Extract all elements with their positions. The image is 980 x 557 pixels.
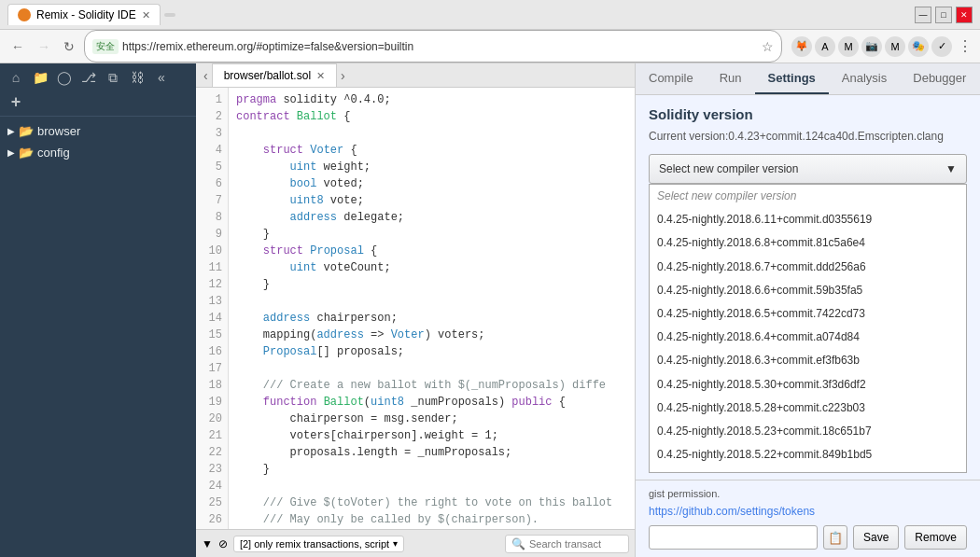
close-btn[interactable]: ✕ xyxy=(956,7,973,23)
compiler-option-2[interactable]: 0.4.25-nightly.2018.6.7+commit.ddd256a6 xyxy=(650,256,966,279)
panel-tabs: Compile Run Settings Analysis Debugger S… xyxy=(636,63,980,95)
sidebar-tree: ▶ 📂 browser ▶ 📂 config xyxy=(0,117,196,557)
sidebar: ⌂ 📁 ◯ ⎇ ⧉ ⛓ « + ▶ 📂 browser ▶ 📂 config xyxy=(0,63,196,557)
browser-tab[interactable]: Remix - Solidity IDE ✕ xyxy=(7,4,161,25)
terminal-dropdown-arrow: ▾ xyxy=(393,538,398,549)
ext-icon-6[interactable]: 🎭 xyxy=(908,36,929,57)
browser-menu-btn[interactable]: ⋮ xyxy=(958,37,973,55)
sidebar-collapse-btn[interactable]: « xyxy=(151,67,172,88)
paste-btn[interactable]: 📋 xyxy=(823,525,847,550)
ext-icon-2[interactable]: A xyxy=(815,36,835,57)
token-input[interactable] xyxy=(649,525,818,550)
code-container[interactable]: 12345 678910 1112131415 1617181920 21222… xyxy=(196,88,635,529)
minimize-btn[interactable]: — xyxy=(915,7,931,23)
gist-note: gist permission. xyxy=(649,488,967,499)
search-box[interactable]: 🔍 xyxy=(505,535,629,553)
sidebar-item-browser[interactable]: ▶ 📂 browser xyxy=(0,120,196,142)
compiler-select-label: Select new compiler version xyxy=(659,162,798,175)
compiler-select-arrow: ▼ xyxy=(945,162,957,175)
reload-btn[interactable]: ↻ xyxy=(60,37,78,56)
editor-nav-left[interactable]: ‹ xyxy=(200,64,212,87)
sidebar-item-config[interactable]: ▶ 📂 config xyxy=(0,142,196,163)
tab-analysis[interactable]: Analysis xyxy=(829,63,900,94)
save-token-btn[interactable]: Save xyxy=(853,525,899,550)
window-controls: — □ ✕ xyxy=(915,7,973,23)
editor-bottom: ▼ ⊘ [2] only remix transactions, script … xyxy=(196,529,635,557)
compiler-option-7[interactable]: 0.4.25-nightly.2018.5.30+commit.3f3d6df2 xyxy=(650,373,966,397)
terminal-status-text: [2] only remix transactions, script xyxy=(240,538,389,550)
editor-area: ‹ browser/ballot.sol ✕ › 12345 678910 11… xyxy=(196,63,635,557)
ext-icon-1[interactable]: 🦊 xyxy=(791,36,812,57)
sidebar-git-btn[interactable]: ⎇ xyxy=(78,67,99,88)
sidebar-github-btn[interactable]: ◯ xyxy=(54,67,75,88)
sidebar-add-btn[interactable]: + xyxy=(6,91,26,112)
bookmark-icon[interactable]: ☆ xyxy=(762,39,774,54)
editor-tab-label: browser/ballot.sol xyxy=(224,69,311,82)
editor-nav-right[interactable]: › xyxy=(337,64,349,87)
compiler-option-1[interactable]: 0.4.25-nightly.2018.6.8+commit.81c5a6e4 xyxy=(650,231,966,255)
sidebar-toolbar: ⌂ 📁 ◯ ⎇ ⧉ ⛓ « + xyxy=(0,63,196,117)
current-version-label: Current version:0.4.23+commit.124ca40d.E… xyxy=(649,130,967,143)
terminal-status[interactable]: [2] only remix transactions, script ▾ xyxy=(233,536,404,552)
compiler-select-wrapper: Select new compiler version ▼ Select new… xyxy=(649,154,967,473)
folder-icon-config: 📂 xyxy=(19,146,34,160)
code-editor[interactable]: pragma solidity ^0.4.0; contract Ballot … xyxy=(229,88,635,529)
editor-tab-close[interactable]: ✕ xyxy=(316,70,325,82)
tab-compile[interactable]: Compile xyxy=(636,63,707,94)
app-layout: ⌂ 📁 ◯ ⎇ ⧉ ⛓ « + ▶ 📂 browser ▶ 📂 config ‹ xyxy=(0,63,980,557)
title-bar: Remix - Solidity IDE ✕ — □ ✕ xyxy=(0,0,980,30)
back-btn[interactable]: ← xyxy=(7,37,28,56)
search-icon: 🔍 xyxy=(511,537,525,550)
sidebar-item-label-browser: browser xyxy=(37,124,80,138)
compiler-option-9[interactable]: 0.4.25-nightly.2018.5.23+commit.18c651b7 xyxy=(650,420,966,443)
sidebar-item-label-config: config xyxy=(37,146,70,160)
tab-favicon xyxy=(18,8,31,21)
compiler-option-5[interactable]: 0.4.25-nightly.2018.6.4+commit.a074d84 xyxy=(650,326,966,349)
token-row: 📋 Save Remove xyxy=(649,525,967,550)
ext-icon-4[interactable]: 📷 xyxy=(861,36,882,57)
panel-bottom: gist permission. https://github.com/sett… xyxy=(636,480,980,557)
tab-run[interactable]: Run xyxy=(707,63,755,94)
browser-icons: 🦊 A M 📷 M 🎭 ✓ xyxy=(791,36,952,57)
tree-arrow-config: ▶ xyxy=(7,147,15,158)
compiler-dropdown[interactable]: Select new compiler version 0.4.25-night… xyxy=(649,184,967,473)
folder-icon-browser: 📂 xyxy=(19,124,34,138)
url-bar[interactable]: 安全 https://remix.ethereum.org/#optimize=… xyxy=(84,30,782,63)
sidebar-home-btn[interactable]: ⌂ xyxy=(6,67,26,88)
sidebar-folder-btn[interactable]: 📁 xyxy=(30,67,50,88)
maximize-btn[interactable]: □ xyxy=(935,7,952,23)
url-text: https://remix.ethereum.org/#optimize=fal… xyxy=(122,40,758,53)
ext-icon-5[interactable]: M xyxy=(885,36,905,57)
sidebar-copy-btn[interactable]: ⧉ xyxy=(103,67,123,88)
ext-icon-3[interactable]: M xyxy=(838,36,859,57)
sidebar-link-btn[interactable]: ⛓ xyxy=(127,67,147,88)
line-numbers: 12345 678910 1112131415 1617181920 21222… xyxy=(196,88,229,529)
tab-settings[interactable]: Settings xyxy=(755,63,829,94)
ext-icon-7[interactable]: ✓ xyxy=(931,36,952,57)
editor-tab-ballot[interactable]: browser/ballot.sol ✕ xyxy=(212,63,337,87)
compiler-option-8[interactable]: 0.4.25-nightly.2018.5.28+commit.c223b03 xyxy=(650,397,966,420)
address-bar: ← → ↻ 安全 https://remix.ethereum.org/#opt… xyxy=(0,30,980,63)
forward-btn[interactable]: → xyxy=(34,37,54,56)
compiler-option-10[interactable]: 0.4.25-nightly.2018.5.22+commit.849b1bd5 xyxy=(650,443,966,466)
compiler-select-btn[interactable]: Select new compiler version ▼ xyxy=(649,154,967,184)
panel-content: Solidity version Current version:0.4.23+… xyxy=(636,95,980,480)
remove-token-btn[interactable]: Remove xyxy=(904,525,967,550)
compiler-option-11[interactable]: 0.4.25-nightly.2018.5.21+commit.e97f9b6b xyxy=(650,466,966,473)
compiler-option-4[interactable]: 0.4.25-nightly.2018.6.5+commit.7422cd73 xyxy=(650,302,966,326)
editor-tabs: ‹ browser/ballot.sol ✕ › xyxy=(196,63,635,88)
gist-link[interactable]: https://github.com/settings/tokens xyxy=(649,505,967,518)
section-title: Solidity version xyxy=(649,106,967,122)
tab-close-btn[interactable]: ✕ xyxy=(142,9,150,21)
compiler-option-6[interactable]: 0.4.25-nightly.2018.6.3+commit.ef3fb63b xyxy=(650,349,966,372)
compiler-option-placeholder[interactable]: Select new compiler version xyxy=(650,185,966,208)
search-input[interactable] xyxy=(529,538,623,550)
new-tab-btn[interactable] xyxy=(164,13,175,17)
tab-title: Remix - Solidity IDE xyxy=(36,8,136,21)
compiler-option-3[interactable]: 0.4.25-nightly.2018.6.6+commit.59b35fa5 xyxy=(650,279,966,302)
tab-debugger[interactable]: Debugger xyxy=(900,63,979,94)
bottom-down-btn[interactable]: ▼ xyxy=(202,537,213,550)
right-panel: Compile Run Settings Analysis Debugger S… xyxy=(635,63,980,557)
compiler-option-0[interactable]: 0.4.25-nightly.2018.6.11+commit.d0355619 xyxy=(650,208,966,231)
bottom-stop-btn[interactable]: ⊘ xyxy=(218,537,228,550)
